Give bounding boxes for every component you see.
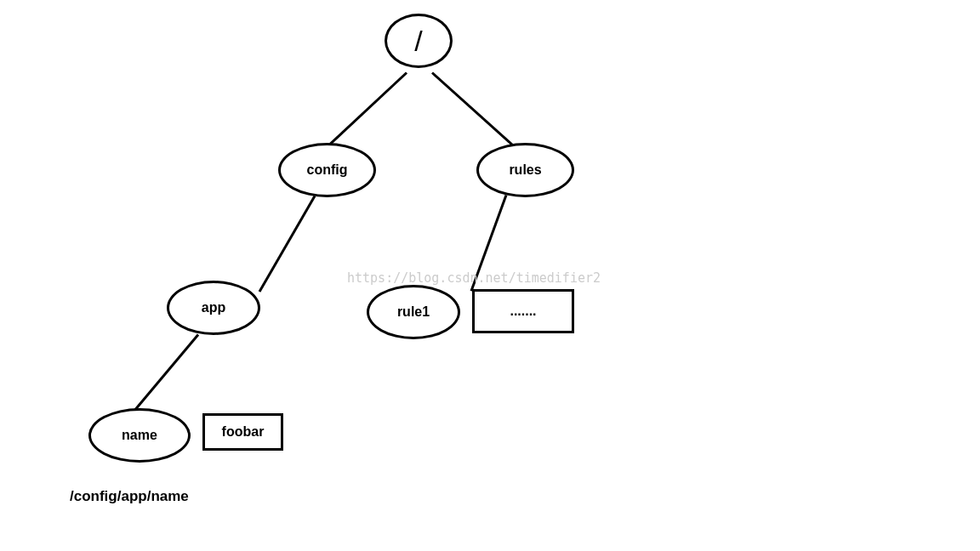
path-label: /config/app/name	[70, 488, 189, 505]
edge-root-rules	[431, 71, 521, 153]
value-ellipsis-label: .......	[510, 304, 536, 319]
node-name: name	[88, 408, 191, 463]
node-app-label: app	[202, 300, 225, 315]
node-rules: rules	[476, 143, 574, 197]
node-rule1-label: rule1	[397, 304, 430, 320]
value-ellipsis: .......	[472, 289, 574, 333]
node-rule1: rule1	[367, 285, 460, 339]
node-root: /	[385, 14, 453, 68]
edge-app-name	[130, 334, 199, 415]
node-name-label: name	[122, 428, 157, 443]
node-config-label: config	[307, 162, 348, 178]
watermark-text: https://blog.csdn.net/timedifier2	[347, 270, 601, 286]
value-foobar-label: foobar	[222, 424, 265, 440]
value-foobar: foobar	[202, 413, 283, 451]
edge-root-config	[326, 71, 407, 147]
node-config: config	[278, 143, 376, 197]
node-app: app	[167, 281, 260, 335]
node-root-label: /	[414, 25, 422, 58]
node-rules-label: rules	[509, 162, 541, 178]
edge-config-app	[259, 196, 316, 293]
